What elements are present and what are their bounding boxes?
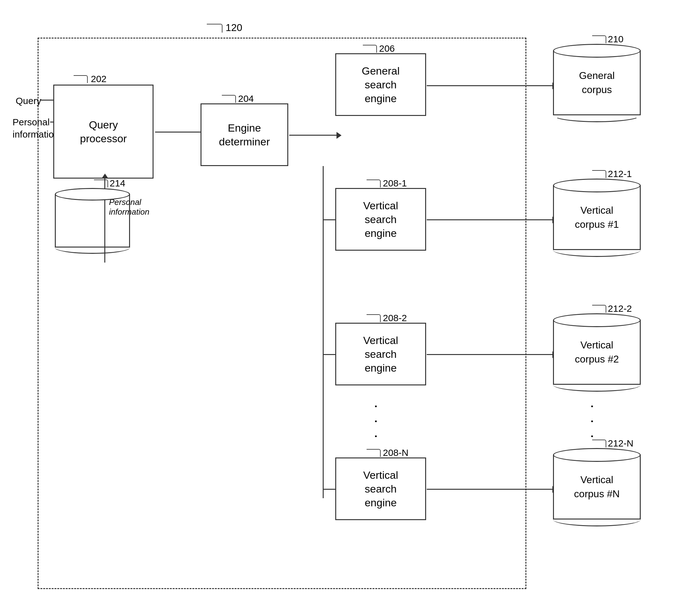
- ref-204-bracket: [222, 95, 236, 103]
- ref-120-bracket: [207, 24, 222, 33]
- vertical-corpus-n-cylinder: Verticalcorpus #N: [553, 448, 641, 527]
- ref-208-1: 208-1: [383, 178, 407, 189]
- gse-to-gc-arrow: [427, 85, 553, 86]
- engine-determiner-box: Enginedeterminer: [201, 104, 288, 166]
- query-processor-box: Queryprocessor: [53, 84, 154, 179]
- ref-212-n-bracket: [592, 440, 606, 447]
- ed-to-gse-arrow: [289, 135, 337, 136]
- diagram: 120 Query Personalinformation Queryproce…: [13, 13, 658, 602]
- v2-to-vc2-arrow: [427, 354, 553, 355]
- vertical-search-1-box: Verticalsearchengine: [335, 188, 426, 251]
- vn-to-vcn-arrow: [427, 489, 553, 490]
- dots-between-engines: . . .: [371, 404, 390, 441]
- ref-214: 214: [109, 178, 125, 189]
- ref-208-n-bracket: [367, 449, 381, 457]
- ref-212-1: 212-1: [608, 169, 632, 179]
- ref-212-1-bracket: [592, 170, 606, 178]
- ref-212-2-bracket: [592, 305, 606, 313]
- ref-210-bracket: [592, 35, 606, 43]
- dots-between-corpus: . . .: [588, 404, 606, 441]
- vertical-corpus-1-cylinder: Verticalcorpus #1: [553, 179, 641, 257]
- ref-212-n: 212-N: [608, 438, 634, 449]
- ref-120: 120: [226, 22, 242, 33]
- personal-db-cylinder: [55, 188, 130, 254]
- vertical-corpus-2-cylinder: Verticalcorpus #2: [553, 313, 641, 392]
- ref-208-2: 208-2: [383, 313, 407, 323]
- ref-208-2-bracket: [367, 314, 381, 322]
- ref-210: 210: [608, 34, 624, 44]
- v1-to-vc1-arrow: [427, 219, 553, 220]
- general-search-box: Generalsearchengine: [335, 53, 426, 116]
- qp-to-ed-arrow: [155, 132, 202, 133]
- vertical-search-2-box: Verticalsearchengine: [335, 323, 426, 385]
- vertical-search-n-box: Verticalsearchengine: [335, 457, 426, 520]
- general-corpus-cylinder: Generalcorpus: [553, 44, 641, 122]
- ref-208-n: 208-N: [383, 447, 409, 458]
- ref-212-2: 212-2: [608, 303, 632, 314]
- query-label: Query: [16, 95, 41, 106]
- ref-206-bracket: [363, 45, 377, 53]
- ref-208-1-bracket: [367, 180, 381, 187]
- ref-202-bracket: [74, 75, 88, 83]
- personal-info-arrow-label: Personalinformation: [109, 197, 150, 217]
- ref-204: 204: [238, 93, 254, 104]
- ref-206: 206: [379, 43, 395, 54]
- ref-202: 202: [91, 74, 106, 84]
- ed-vertical-line: [323, 166, 324, 498]
- personal-info-label: Personalinformation: [13, 116, 59, 140]
- ref-214-bracket: [94, 180, 108, 187]
